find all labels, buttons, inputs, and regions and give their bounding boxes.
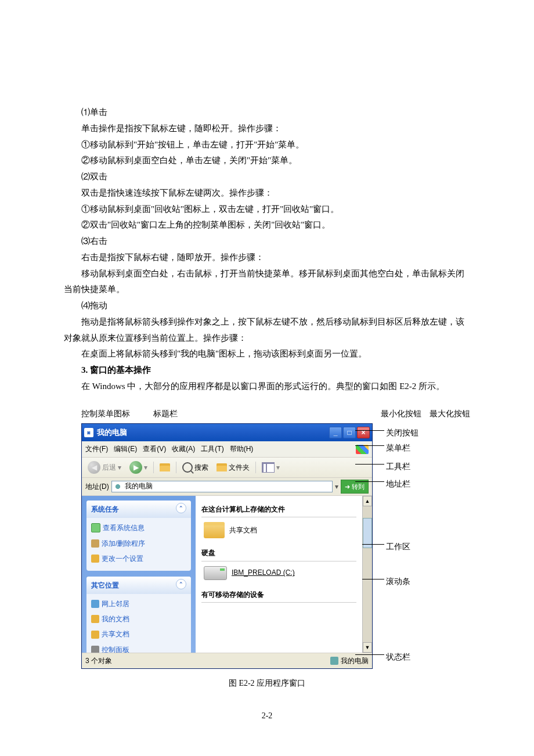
up-folder-icon (160, 463, 170, 471)
client-area: 系统任务⌃ 查看系统信息 添加/删除程序 更改一个设置 其它位置⌃ 网上邻居 我… (82, 496, 372, 653)
paragraph: 右击是指按下鼠标右键，随即放开。操作步骤： (64, 250, 470, 266)
minimize-button[interactable]: _ (329, 427, 342, 438)
status-right: 我的电脑 (341, 654, 369, 667)
maximize-button[interactable]: □ (343, 427, 356, 438)
callout-close: 关闭按钮 (386, 429, 418, 437)
callout-toolbar: 工具栏 (386, 462, 410, 471)
paragraph: ②移动鼠标到桌面空白处，单击左键，关闭"开始"菜单。 (64, 153, 470, 169)
menu-help[interactable]: 帮助(H) (230, 442, 254, 455)
folder-icon (91, 615, 99, 623)
views-button[interactable]: ▾ (259, 460, 282, 475)
search-icon (182, 462, 193, 473)
back-button[interactable]: ◀后退 ▾ (85, 460, 124, 475)
search-button[interactable]: 搜索 (180, 460, 211, 475)
callout-min: 最小化按钮 (381, 406, 421, 422)
task-pane: 系统任务⌃ 查看系统信息 添加/删除程序 更改一个设置 其它位置⌃ 网上邻居 我… (82, 496, 196, 653)
paragraph: 在 Windows 中，大部分的应用程序都是以窗口界面的形式运行的。典型的窗口如… (64, 379, 470, 395)
heading-3: 3. 窗口的基本操作 (64, 362, 470, 379)
item-drive-c[interactable]: IBM_PRELOAD (C:) (201, 561, 356, 585)
place-shared-docs[interactable]: 共享文档 (91, 627, 186, 642)
dropdown-arrow-icon[interactable]: ▾ (335, 480, 338, 493)
item-shared-docs[interactable]: 共享文档 (201, 517, 356, 543)
separator (176, 462, 176, 473)
callouts-top: 控制菜单图标 标题栏 最小化按钮 最大化按钮 (64, 406, 470, 422)
menubar: 文件(F) 编辑(E) 查看(V) 收藏(A) 工具(T) 帮助(H) (82, 441, 372, 457)
toolbar: ◀后退 ▾ ▶ ▾ 搜索 文件夹 ▾ (82, 458, 372, 478)
close-button[interactable]: × (357, 427, 370, 438)
separator (153, 462, 154, 473)
task-change-setting[interactable]: 更改一个设置 (91, 551, 186, 566)
callout-control-icon: 控制菜单图标 (81, 406, 130, 422)
place-network[interactable]: 网上邻居 (91, 596, 186, 611)
control-panel-icon (91, 646, 99, 653)
paragraph: 移动鼠标到桌面空白处，右击鼠标，打开当前快捷菜单。移开鼠标到桌面其他空白处，单击… (64, 266, 470, 298)
paragraph: ①移动鼠标到"开始"按钮上，单击左键，打开"开始"菜单。 (64, 137, 470, 153)
place-control-panel[interactable]: 控制面板 (91, 642, 186, 653)
address-label: 地址(D) (85, 480, 109, 493)
forward-arrow-icon: ▶ (129, 461, 142, 474)
info-icon (91, 523, 100, 532)
status-bar: 3 个对象 我的电脑 (82, 653, 372, 668)
paragraph: ②双击"回收站"窗口左上角的控制菜单图标，关闭"回收站"窗口。 (64, 217, 470, 233)
network-icon (91, 600, 99, 608)
callout-statusbar: 状态栏 (386, 653, 410, 661)
panel-other-places: 其它位置⌃ 网上邻居 我的文档 共享文档 控制面板 (86, 577, 191, 653)
folder-icon (204, 522, 225, 538)
panel-title: 其它位置 (91, 579, 119, 592)
my-computer-icon (330, 657, 338, 665)
menu-favorites[interactable]: 收藏(A) (172, 442, 195, 455)
address-input[interactable] (111, 481, 333, 492)
category-header: 在这台计算机上存储的文件 (201, 502, 356, 517)
item-label: 共享文档 (229, 524, 257, 537)
paragraph: 单击操作是指按下鼠标左键，随即松开。操作步骤： (64, 121, 470, 137)
content-area[interactable]: 在这台计算机上存储的文件 共享文档 硬盘 IBM_PRELOAD (C:) 有可… (196, 496, 362, 653)
address-bar: 地址(D) ▾ 转到 (82, 478, 372, 496)
control-menu-icon[interactable]: ◙ (84, 428, 93, 437)
callout-scrollbar: 滚动条 (386, 577, 410, 586)
chevron-up-icon[interactable]: ⌃ (176, 579, 186, 589)
callout-menubar: 菜单栏 (386, 444, 410, 452)
folders-icon (217, 463, 227, 471)
scroll-down-arrow-icon[interactable]: ▼ (363, 642, 372, 653)
folders-button[interactable]: 文件夹 (214, 460, 252, 475)
menu-file[interactable]: 文件(F) (85, 442, 108, 455)
place-my-docs[interactable]: 我的文档 (91, 611, 186, 627)
task-add-remove[interactable]: 添加/删除程序 (91, 536, 186, 551)
menu-view[interactable]: 查看(V) (143, 442, 166, 455)
panel-system-tasks: 系统任务⌃ 查看系统信息 添加/删除程序 更改一个设置 (86, 501, 191, 571)
paragraph: ①移动鼠标到桌面"回收站"图标上，双击左键，打开"回收站"窗口。 (64, 201, 470, 218)
paragraph: ⑵双击 (64, 169, 470, 185)
menu-tools[interactable]: 工具(T) (201, 442, 223, 455)
item-label: IBM_PRELOAD (C:) (232, 566, 295, 579)
paragraph: 在桌面上将鼠标箭头移到"我的电脑"图标上，拖动该图标到桌面另一位置。 (64, 346, 470, 362)
status-left: 3 个对象 (85, 654, 112, 667)
task-view-sys-info[interactable]: 查看系统信息 (91, 520, 186, 535)
callout-max: 最大化按钮 (430, 406, 470, 422)
views-icon (262, 462, 275, 473)
figure-e2-2: 控制菜单图标 标题栏 最小化按钮 最大化按钮 关闭按钮 菜单栏 工具栏 地址栏 … (64, 406, 470, 692)
window-my-computer: ◙ 我的电脑 _ □ × 文件(F) 编辑(E) 查看(V) 收藏(A) 工具(… (81, 423, 373, 669)
up-button[interactable] (157, 462, 172, 473)
scroll-thumb[interactable] (363, 518, 372, 548)
scroll-track[interactable] (363, 548, 372, 642)
paragraph: 拖动是指将鼠标箭头移到操作对象之上，按下鼠标左键不放，然后移动鼠标到目标区后释放… (64, 314, 470, 347)
settings-icon (91, 555, 99, 563)
paragraph: ⑶右击 (64, 233, 470, 250)
scroll-up-arrow-icon[interactable]: ▲ (363, 496, 372, 506)
chevron-up-icon[interactable]: ⌃ (176, 503, 186, 513)
window-title: 我的电脑 (97, 426, 127, 440)
callout-addrbar: 地址栏 (386, 480, 410, 488)
callout-workarea: 工作区 (386, 542, 410, 551)
forward-button[interactable]: ▶ ▾ (127, 460, 150, 475)
figure-caption: 图 E2-2 应用程序窗口 (64, 676, 470, 691)
panel-title: 系统任务 (91, 503, 119, 516)
vertical-scrollbar[interactable]: ▲ ▼ (362, 496, 372, 653)
add-remove-icon (91, 539, 99, 548)
menu-edit[interactable]: 编辑(E) (114, 442, 137, 455)
category-header: 硬盘 (201, 545, 356, 561)
titlebar[interactable]: ◙ 我的电脑 _ □ × (82, 424, 372, 441)
page-number: 2-2 (64, 708, 470, 723)
callout-titlebar: 标题栏 (153, 406, 178, 422)
paragraph: ⑷拖动 (64, 298, 470, 314)
hard-drive-icon (204, 566, 227, 580)
